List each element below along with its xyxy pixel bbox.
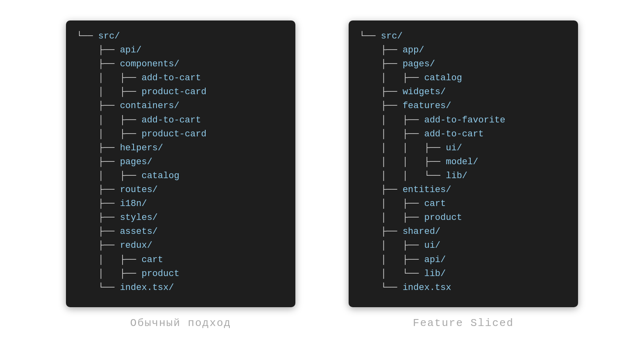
tree-connector: ├── — [77, 143, 120, 153]
tree-connector: ├── — [359, 59, 403, 69]
tree-node: widgets/ — [403, 87, 446, 97]
tree-node: lib/ — [446, 171, 467, 181]
tree-connector: ├── — [359, 185, 403, 195]
tree-connector: ├── — [77, 213, 120, 223]
tree-line: └── src/ — [77, 29, 285, 43]
tree-line: ├── api/ — [77, 43, 285, 57]
tree-line: │ │ ├── model/ — [359, 155, 567, 169]
tree-connector: │ ├── — [77, 171, 141, 181]
tree-connector: ├── — [77, 157, 120, 167]
tree-node: app/ — [403, 45, 424, 55]
tree-line: ├── pages/ — [77, 155, 285, 169]
tree-connector: │ ├── — [77, 73, 141, 83]
tree-connector: │ ├── — [77, 87, 141, 97]
tree-line: ├── entities/ — [359, 183, 567, 197]
tree-connector: ├── — [359, 226, 403, 237]
tree-line: │ └── lib/ — [359, 267, 567, 281]
tree-line: │ ├── add-to-favorite — [359, 113, 567, 127]
tree-connector: │ ├── — [359, 129, 424, 139]
tree-line: │ ├── add-to-cart — [77, 71, 285, 85]
tree-line: ├── widgets/ — [359, 85, 567, 99]
tree-connector: ├── — [77, 199, 120, 209]
tree-connector: │ ├── — [77, 255, 141, 265]
tree-connector: ├── — [77, 185, 120, 195]
tree-node: pages/ — [120, 157, 152, 167]
tree-node: model/ — [446, 157, 478, 167]
tree-line: ├── features/ — [359, 99, 567, 113]
tree-node: containers/ — [120, 101, 179, 111]
tree-node: src/ — [98, 31, 120, 41]
tree-connector: │ ├── — [77, 129, 141, 139]
tree-line: │ ├── cart — [359, 197, 567, 211]
tree-line: │ │ ├── ui/ — [359, 141, 567, 155]
tree-line: │ │ └── lib/ — [359, 169, 567, 183]
tree-line: │ ├── product — [359, 211, 567, 225]
tree-line: ├── i18n/ — [77, 197, 285, 211]
left-caption: Обычный подход — [130, 317, 231, 329]
tree-node: ui/ — [424, 240, 440, 251]
tree-connector: ├── — [359, 45, 403, 55]
tree-connector: ├── — [77, 59, 120, 69]
tree-connector: │ ├── — [77, 115, 141, 125]
tree-line: ├── containers/ — [77, 99, 285, 113]
tree-node: assets/ — [120, 226, 158, 237]
left-tree: └── src/ ├── api/ ├── components/ │ ├── … — [77, 29, 285, 295]
tree-node: cart — [424, 199, 446, 209]
tree-connector: │ ├── — [359, 73, 424, 83]
tree-line: │ ├── product-card — [77, 85, 285, 99]
tree-line: ├── redux/ — [77, 239, 285, 253]
tree-line: │ ├── add-to-cart — [359, 127, 567, 141]
tree-node: components/ — [120, 59, 179, 69]
tree-connector: │ │ └── — [359, 171, 446, 181]
tree-line: └── index.tsx — [359, 281, 567, 295]
tree-connector: │ ├── — [359, 213, 424, 223]
tree-node: src/ — [381, 31, 403, 41]
tree-connector: ├── — [77, 45, 120, 55]
tree-connector: ├── — [77, 226, 120, 237]
tree-connector: ├── — [77, 240, 120, 251]
tree-connector: └── — [77, 283, 120, 293]
tree-line: │ ├── product — [77, 267, 285, 281]
tree-node: product-card — [141, 87, 206, 97]
tree-connector: └── — [359, 31, 381, 41]
tree-connector: │ ├── — [359, 240, 424, 251]
tree-node: ui/ — [446, 143, 462, 153]
tree-node: add-to-cart — [141, 115, 201, 125]
tree-node: index.tsx — [403, 283, 451, 293]
tree-node: add-to-favorite — [424, 115, 505, 125]
tree-node: cart — [141, 255, 163, 265]
tree-connector: ├── — [359, 87, 403, 97]
tree-node: product-card — [141, 129, 206, 139]
tree-node: routes/ — [120, 185, 158, 195]
tree-line: ├── shared/ — [359, 225, 567, 239]
tree-node: add-to-cart — [141, 73, 201, 83]
tree-connector: └── — [359, 283, 403, 293]
tree-line: │ ├── catalog — [77, 169, 285, 183]
tree-node: add-to-cart — [424, 129, 483, 139]
tree-connector: │ └── — [359, 269, 424, 279]
tree-node: i18n/ — [120, 199, 147, 209]
right-tree: └── src/ ├── app/ ├── pages/ │ ├── catal… — [359, 29, 567, 295]
tree-node: redux/ — [120, 240, 152, 251]
tree-node: shared/ — [403, 226, 440, 237]
tree-node: catalog — [141, 171, 179, 181]
tree-connector: │ │ ├── — [359, 157, 446, 167]
tree-line: ├── routes/ — [77, 183, 285, 197]
tree-line: │ ├── cart — [77, 253, 285, 267]
tree-node: lib/ — [424, 269, 446, 279]
tree-node: styles/ — [120, 213, 158, 223]
tree-node: api/ — [120, 45, 142, 55]
tree-connector: │ ├── — [359, 115, 424, 125]
tree-line: │ ├── api/ — [359, 253, 567, 267]
tree-connector: ├── — [359, 101, 403, 111]
tree-node: helpers/ — [120, 143, 163, 153]
tree-line: ├── helpers/ — [77, 141, 285, 155]
tree-node: product — [424, 213, 462, 223]
tree-node: index.tsx/ — [120, 283, 174, 293]
tree-line: │ ├── catalog — [359, 71, 567, 85]
tree-line: └── src/ — [359, 29, 567, 43]
right-panel: └── src/ ├── app/ ├── pages/ │ ├── catal… — [349, 20, 578, 307]
tree-connector: ├── — [77, 101, 120, 111]
tree-line: ├── pages/ — [359, 57, 567, 71]
tree-connector: │ ├── — [359, 199, 424, 209]
